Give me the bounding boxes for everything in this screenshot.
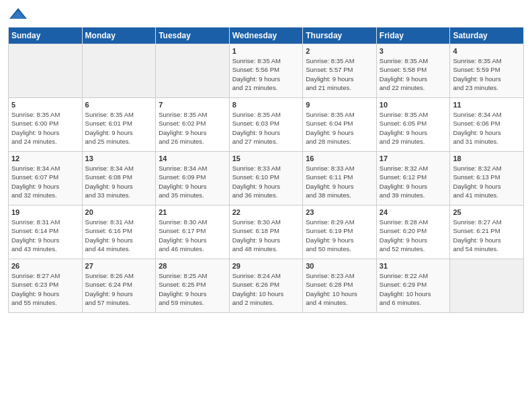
weekday-header: Saturday [450,28,524,44]
day-number: 22 [232,208,300,216]
calendar-cell: 22Sunrise: 8:30 AM Sunset: 6:18 PM Dayli… [229,205,303,259]
day-number: 11 [453,101,521,109]
calendar-cell: 12Sunrise: 8:34 AM Sunset: 6:07 PM Dayli… [9,152,83,205]
weekday-header: Sunday [9,28,83,44]
calendar-body: 1Sunrise: 8:35 AM Sunset: 5:56 PM Daylig… [9,44,524,313]
calendar-cell: 13Sunrise: 8:34 AM Sunset: 6:08 PM Dayli… [82,152,156,205]
day-number: 15 [232,154,300,163]
calendar-cell [450,259,524,313]
calendar-cell: 17Sunrise: 8:32 AM Sunset: 6:12 PM Dayli… [376,152,450,205]
weekday-row: SundayMondayTuesdayWednesdayThursdayFrid… [9,28,524,44]
calendar-page: SundayMondayTuesdayWednesdayThursdayFrid… [0,0,532,411]
calendar-cell: 7Sunrise: 8:35 AM Sunset: 6:02 PM Daylig… [156,98,230,152]
day-info: Sunrise: 8:28 AM Sunset: 6:20 PM Dayligh… [380,218,447,253]
day-info: Sunrise: 8:35 AM Sunset: 5:59 PM Dayligh… [453,56,521,92]
day-info: Sunrise: 8:35 AM Sunset: 6:04 PM Dayligh… [306,110,373,146]
day-number: 9 [306,101,373,109]
calendar-cell: 8Sunrise: 8:35 AM Sunset: 6:03 PM Daylig… [229,98,303,152]
day-info: Sunrise: 8:29 AM Sunset: 6:19 PM Dayligh… [306,218,373,253]
day-number: 18 [453,154,521,163]
weekday-header: Friday [376,28,450,44]
day-number: 8 [232,101,300,109]
calendar-cell: 19Sunrise: 8:31 AM Sunset: 6:14 PM Dayli… [9,205,83,259]
day-number: 12 [11,154,79,163]
calendar-cell: 21Sunrise: 8:30 AM Sunset: 6:17 PM Dayli… [156,205,230,259]
day-number: 30 [306,262,373,270]
day-number: 19 [11,208,79,216]
day-info: Sunrise: 8:27 AM Sunset: 6:23 PM Dayligh… [11,271,79,307]
day-info: Sunrise: 8:34 AM Sunset: 6:06 PM Dayligh… [453,110,521,146]
day-info: Sunrise: 8:32 AM Sunset: 6:13 PM Dayligh… [453,164,521,199]
calendar-week-row: 12Sunrise: 8:34 AM Sunset: 6:07 PM Dayli… [9,152,524,205]
day-info: Sunrise: 8:24 AM Sunset: 6:26 PM Dayligh… [232,271,300,307]
day-info: Sunrise: 8:32 AM Sunset: 6:12 PM Dayligh… [380,164,447,199]
day-info: Sunrise: 8:25 AM Sunset: 6:25 PM Dayligh… [159,271,226,307]
day-number: 2 [306,47,373,55]
weekday-header: Wednesday [229,28,303,44]
calendar-cell: 5Sunrise: 8:35 AM Sunset: 6:00 PM Daylig… [9,98,83,152]
day-info: Sunrise: 8:31 AM Sunset: 6:16 PM Dayligh… [85,218,153,253]
header-area [8,7,524,23]
calendar-cell: 24Sunrise: 8:28 AM Sunset: 6:20 PM Dayli… [376,205,450,259]
day-number: 27 [85,262,153,270]
day-number: 7 [159,101,226,109]
day-info: Sunrise: 8:35 AM Sunset: 5:56 PM Dayligh… [232,56,300,92]
calendar-cell: 16Sunrise: 8:33 AM Sunset: 6:11 PM Dayli… [303,152,377,205]
day-info: Sunrise: 8:23 AM Sunset: 6:28 PM Dayligh… [306,271,373,307]
calendar-cell: 28Sunrise: 8:25 AM Sunset: 6:25 PM Dayli… [156,259,230,313]
calendar-cell: 1Sunrise: 8:35 AM Sunset: 5:56 PM Daylig… [229,44,303,98]
calendar-week-row: 26Sunrise: 8:27 AM Sunset: 6:23 PM Dayli… [9,259,524,313]
calendar-cell: 9Sunrise: 8:35 AM Sunset: 6:04 PM Daylig… [303,98,377,152]
day-number: 13 [85,154,153,163]
day-info: Sunrise: 8:35 AM Sunset: 6:02 PM Dayligh… [159,110,226,146]
calendar-cell: 3Sunrise: 8:35 AM Sunset: 5:58 PM Daylig… [376,44,450,98]
day-number: 14 [159,154,226,163]
day-number: 6 [85,101,153,109]
weekday-header: Monday [82,28,156,44]
day-info: Sunrise: 8:35 AM Sunset: 6:00 PM Dayligh… [11,110,79,146]
calendar-cell: 18Sunrise: 8:32 AM Sunset: 6:13 PM Dayli… [450,152,524,205]
calendar-cell: 10Sunrise: 8:35 AM Sunset: 6:05 PM Dayli… [376,98,450,152]
day-info: Sunrise: 8:26 AM Sunset: 6:24 PM Dayligh… [85,271,153,307]
day-number: 24 [380,208,447,216]
calendar-cell: 20Sunrise: 8:31 AM Sunset: 6:16 PM Dayli… [82,205,156,259]
day-number: 16 [306,154,373,163]
day-info: Sunrise: 8:33 AM Sunset: 6:11 PM Dayligh… [306,164,373,199]
calendar-cell: 27Sunrise: 8:26 AM Sunset: 6:24 PM Dayli… [82,259,156,313]
day-number: 3 [380,47,447,55]
day-number: 1 [232,47,300,55]
calendar-header: SundayMondayTuesdayWednesdayThursdayFrid… [9,28,524,44]
day-number: 21 [159,208,226,216]
calendar-cell: 14Sunrise: 8:34 AM Sunset: 6:09 PM Dayli… [156,152,230,205]
day-info: Sunrise: 8:34 AM Sunset: 6:07 PM Dayligh… [11,164,79,199]
day-number: 17 [380,154,447,163]
day-info: Sunrise: 8:35 AM Sunset: 6:05 PM Dayligh… [380,110,447,146]
calendar-cell [9,44,83,98]
day-number: 25 [453,208,521,216]
calendar-cell: 11Sunrise: 8:34 AM Sunset: 6:06 PM Dayli… [450,98,524,152]
calendar-cell: 6Sunrise: 8:35 AM Sunset: 6:01 PM Daylig… [82,98,156,152]
generalblue-logo-icon [8,7,28,23]
day-info: Sunrise: 8:31 AM Sunset: 6:14 PM Dayligh… [11,218,79,253]
day-info: Sunrise: 8:34 AM Sunset: 6:09 PM Dayligh… [159,164,226,199]
day-number: 31 [380,262,447,270]
calendar-cell: 25Sunrise: 8:27 AM Sunset: 6:21 PM Dayli… [450,205,524,259]
calendar-cell: 26Sunrise: 8:27 AM Sunset: 6:23 PM Dayli… [9,259,83,313]
calendar-table: SundayMondayTuesdayWednesdayThursdayFrid… [8,27,524,313]
calendar-cell: 23Sunrise: 8:29 AM Sunset: 6:19 PM Dayli… [303,205,377,259]
calendar-cell [82,44,156,98]
calendar-cell: 31Sunrise: 8:22 AM Sunset: 6:29 PM Dayli… [376,259,450,313]
day-number: 10 [380,101,447,109]
day-info: Sunrise: 8:34 AM Sunset: 6:08 PM Dayligh… [85,164,153,199]
calendar-week-row: 5Sunrise: 8:35 AM Sunset: 6:00 PM Daylig… [9,98,524,152]
day-info: Sunrise: 8:35 AM Sunset: 6:03 PM Dayligh… [232,110,300,146]
day-number: 26 [11,262,79,270]
day-info: Sunrise: 8:30 AM Sunset: 6:17 PM Dayligh… [159,218,226,253]
day-number: 29 [232,262,300,270]
day-info: Sunrise: 8:30 AM Sunset: 6:18 PM Dayligh… [232,218,300,253]
day-number: 23 [306,208,373,216]
day-info: Sunrise: 8:33 AM Sunset: 6:10 PM Dayligh… [232,164,300,199]
calendar-cell: 2Sunrise: 8:35 AM Sunset: 5:57 PM Daylig… [303,44,377,98]
calendar-cell: 29Sunrise: 8:24 AM Sunset: 6:26 PM Dayli… [229,259,303,313]
day-info: Sunrise: 8:22 AM Sunset: 6:29 PM Dayligh… [380,271,447,307]
